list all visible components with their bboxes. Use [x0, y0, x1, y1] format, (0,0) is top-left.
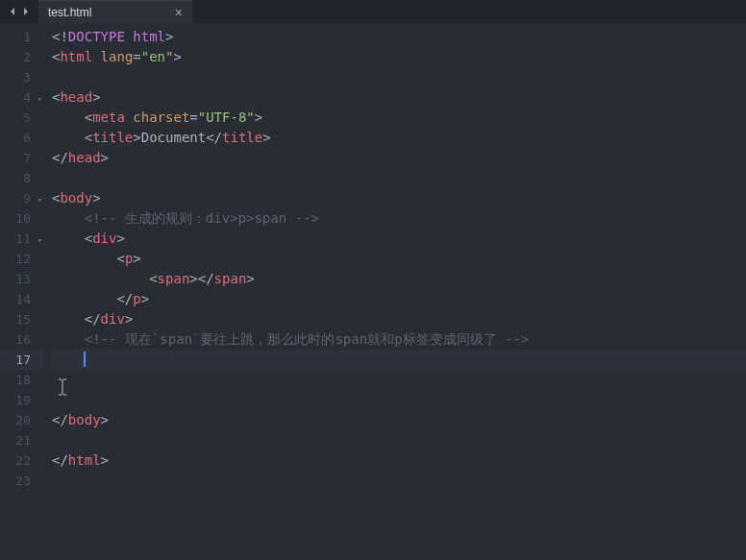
line-number: 16 [0, 329, 44, 350]
line-number: 6 [0, 128, 44, 148]
line-number: 4▾ [0, 87, 44, 108]
line-number: 18 [0, 370, 44, 390]
line-number: 5 [0, 108, 44, 128]
code-line[interactable] [52, 471, 746, 491]
nav-arrows [0, 0, 38, 23]
tab-filename: test.html [48, 6, 91, 19]
code-line[interactable]: <head> [52, 87, 746, 108]
line-number: 7 [0, 148, 44, 168]
code-area[interactable]: <!DOCTYPE html> <html lang="en"> <head> … [44, 23, 746, 560]
line-number: 13 [0, 269, 44, 289]
code-line[interactable]: </head> [52, 148, 746, 168]
code-line[interactable] [52, 430, 746, 450]
code-line[interactable]: <span></span> [52, 269, 746, 289]
line-number: 9▾ [0, 188, 44, 208]
line-number: 11▾ [0, 229, 44, 249]
line-number: 20 [0, 410, 44, 430]
code-line[interactable]: </p> [52, 289, 746, 309]
line-number: 21 [0, 430, 44, 450]
code-line[interactable] [52, 67, 746, 87]
line-number: 23 [0, 471, 44, 491]
code-line[interactable] [52, 370, 746, 390]
fold-caret-icon[interactable]: ▾ [37, 89, 42, 110]
line-number: 8 [0, 168, 44, 188]
code-line[interactable]: <!-- 生成的规则：div>p>span --> [52, 208, 746, 229]
titlebar: test.html × [0, 0, 746, 23]
code-line[interactable]: <body> [52, 188, 746, 208]
line-number: 12 [0, 249, 44, 269]
code-line[interactable] [52, 168, 746, 188]
fold-caret-icon[interactable]: ▾ [37, 190, 42, 210]
line-number: 15 [0, 309, 44, 329]
gutter: 1234▾56789▾1011▾121314151617181920212223 [0, 23, 44, 560]
line-number: 3 [0, 67, 44, 87]
line-number: 19 [0, 390, 44, 410]
code-line[interactable]: </div> [52, 309, 746, 329]
code-line[interactable] [52, 390, 746, 410]
code-line[interactable]: <div> [52, 229, 746, 249]
code-line[interactable]: </html> [52, 450, 746, 471]
code-line[interactable]: <!DOCTYPE html> [52, 27, 746, 47]
fold-caret-icon[interactable]: ▾ [37, 231, 42, 251]
line-number: 2 [0, 47, 44, 67]
code-line[interactable]: <p> [52, 249, 746, 269]
line-number: 17 [0, 350, 44, 370]
code-line[interactable]: <!-- 现在`span`要往上跳，那么此时的span就和p标签变成同级了 --… [52, 329, 746, 350]
code-line[interactable]: <meta charset="UTF-8"> [52, 108, 746, 128]
file-tab[interactable]: test.html × [38, 0, 192, 23]
editor[interactable]: 1234▾56789▾1011▾121314151617181920212223… [0, 23, 746, 560]
code-line[interactable]: </body> [52, 410, 746, 430]
code-line[interactable]: <html lang="en"> [52, 47, 746, 67]
close-icon[interactable]: × [175, 6, 183, 19]
line-number: 1 [0, 27, 44, 47]
nav-back-icon[interactable] [8, 7, 17, 16]
line-number: 22 [0, 450, 44, 471]
code-line-active[interactable] [52, 350, 746, 370]
line-number: 14 [0, 289, 44, 309]
line-number: 10 [0, 208, 44, 229]
nav-forward-icon[interactable] [21, 7, 31, 16]
code-line[interactable]: <title>Document</title> [52, 128, 746, 148]
